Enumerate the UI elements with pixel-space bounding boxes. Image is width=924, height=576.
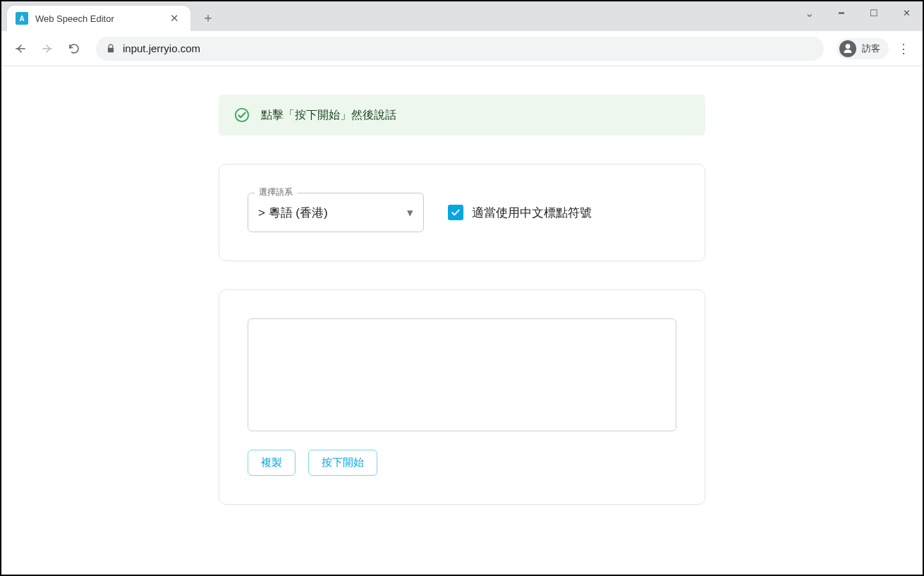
punctuation-checkbox[interactable] (448, 205, 463, 220)
page-viewport: 點擊「按下開始」然後說話 選擇語系 > 粵語 (香港) ▾ (1, 66, 923, 575)
browser-toolbar: input.jerryio.com 訪客 ⋮ (1, 31, 923, 66)
window-close-button[interactable]: ✕ (890, 1, 923, 24)
start-button[interactable]: 按下開始 (308, 450, 377, 476)
copy-button[interactable]: 複製 (248, 450, 296, 476)
language-select[interactable]: > 粵語 (香港) ▾ (248, 193, 424, 232)
window-maximize-button[interactable]: ☐ (858, 1, 890, 24)
language-select-wrap: 選擇語系 > 粵語 (香港) ▾ (248, 193, 424, 232)
reload-button[interactable] (62, 37, 86, 61)
lock-icon (106, 44, 116, 54)
status-text: 點擊「按下開始」然後說話 (261, 108, 396, 123)
editor-card: 複製 按下開始 (219, 289, 705, 505)
arrow-right-icon (41, 42, 54, 55)
titlebar: A Web Speech Editor ✕ ＋ ⌄ ━ ☐ ✕ (1, 1, 923, 31)
profile-button[interactable]: 訪客 (837, 38, 889, 59)
tab-close-button[interactable]: ✕ (167, 11, 182, 26)
status-alert: 點擊「按下開始」然後說話 (219, 95, 705, 136)
new-tab-button[interactable]: ＋ (197, 7, 219, 28)
url-text: input.jerryio.com (123, 42, 200, 54)
language-select-label: 選擇語系 (255, 186, 297, 198)
settings-card: 選擇語系 > 粵語 (香港) ▾ 適當使用中文標點符號 (219, 164, 705, 261)
favicon-icon: A (16, 12, 28, 25)
avatar-icon (839, 40, 856, 57)
address-bar[interactable]: input.jerryio.com (96, 37, 824, 61)
window-minimize-button[interactable]: ━ (825, 1, 858, 24)
back-button[interactable] (8, 37, 32, 61)
reload-icon (68, 42, 80, 55)
browser-tab[interactable]: A Web Speech Editor ✕ (7, 6, 190, 31)
transcript-textarea[interactable] (248, 318, 676, 431)
window-dropdown-icon[interactable]: ⌄ (793, 1, 825, 24)
forward-button[interactable] (35, 37, 59, 61)
tab-title: Web Speech Editor (35, 13, 167, 24)
arrow-left-icon (14, 42, 27, 55)
punctuation-option: 適當使用中文標點符號 (448, 205, 592, 221)
check-icon (450, 207, 461, 218)
language-select-value: > 粵語 (香港) (258, 205, 328, 221)
window-controls: ⌄ ━ ☐ ✕ (793, 1, 923, 24)
browser-menu-button[interactable]: ⋮ (892, 37, 916, 61)
profile-label: 訪客 (862, 42, 880, 55)
chevron-down-icon: ▾ (407, 205, 413, 220)
punctuation-label: 適當使用中文標點符號 (472, 205, 592, 221)
check-circle-icon (234, 107, 250, 123)
